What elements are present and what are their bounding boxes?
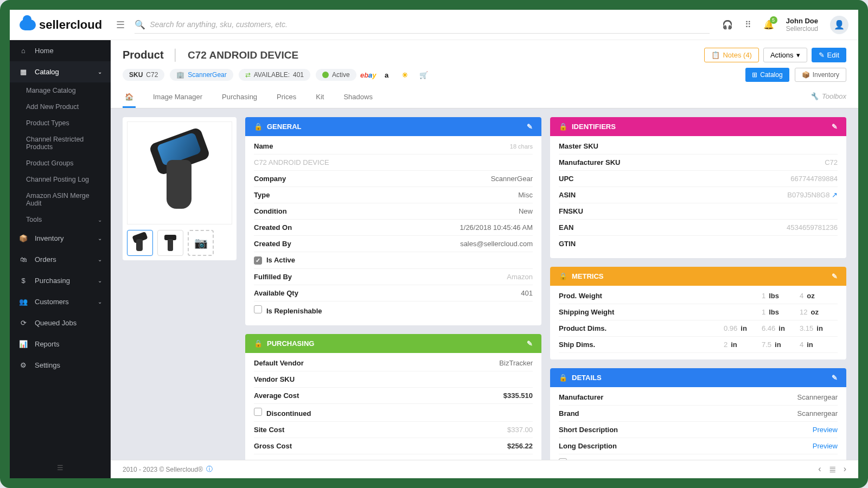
chip-sku: SKU C72 <box>123 69 164 81</box>
lock-icon: 🔒 <box>254 123 263 131</box>
tab-kit[interactable]: Kit <box>314 87 326 108</box>
toolbox-button[interactable]: 🔧 Toolbox <box>810 92 846 100</box>
info-icon[interactable]: ⓘ <box>206 465 213 474</box>
sidebar-sub-product-groups[interactable]: Product Groups <box>10 155 111 171</box>
sidebar-item-inventory[interactable]: 📦Inventory⌄ <box>10 228 111 249</box>
lock-icon: 🔒 <box>559 374 567 382</box>
checkbox-discontinued[interactable] <box>254 408 262 416</box>
sidebar-item-orders[interactable]: 🛍Orders⌄ <box>10 249 111 270</box>
hamburger-icon[interactable]: ☰ <box>116 19 125 31</box>
checkbox-replenishable[interactable] <box>254 305 262 313</box>
settings-icon: ⚙ <box>18 361 28 369</box>
queued-icon: ⟳ <box>18 319 28 327</box>
sidebar-sub-asin-merge[interactable]: Amazon ASIN Merge Audit <box>10 188 111 211</box>
channel-ebay-icon[interactable]: ebay <box>362 68 375 81</box>
thumb-2[interactable] <box>157 230 183 256</box>
brand-text: sellercloud <box>39 18 102 32</box>
lock-icon: 🔒 <box>559 272 567 280</box>
catalog-icon: ▦ <box>18 68 28 76</box>
chevron-down-icon: ⌄ <box>98 256 102 262</box>
sidebar-sub-channel-restricted[interactable]: Channel Restricted Products <box>10 131 111 155</box>
sidebar-sub-tools[interactable]: Tools⌄ <box>10 211 111 228</box>
cloud-icon <box>20 20 36 30</box>
channel-walmart-icon[interactable]: ✳ <box>399 68 412 81</box>
sidebar-item-customers[interactable]: 👥Customers⌄ <box>10 291 111 312</box>
sidebar-item-home[interactable]: ⌂Home <box>10 40 111 61</box>
sidebar-sub-channel-posting-log[interactable]: Channel Posting Log <box>10 171 111 188</box>
search-input[interactable] <box>150 20 710 29</box>
edit-icon[interactable]: ✎ <box>527 339 533 348</box>
card-metrics: 🔒METRICS✎ Prod. Weight1lbs4oz Shipping W… <box>550 267 846 359</box>
tab-image-manager[interactable]: Image Manager <box>151 87 205 108</box>
thumb-add[interactable]: 📷 <box>188 230 214 256</box>
checkbox-is-active[interactable]: ✓ <box>254 256 262 265</box>
chevron-down-icon: ⌄ <box>98 69 102 75</box>
avatar[interactable]: 👤 <box>830 16 848 34</box>
tab-shadows[interactable]: Shadows <box>341 87 374 108</box>
sidebar-sub-product-types[interactable]: Product Types <box>10 115 111 131</box>
actions-button[interactable]: Actions ▾ <box>763 48 807 62</box>
sidebar-item-settings[interactable]: ⚙Settings <box>10 355 111 376</box>
sidebar-sub-add-new-product[interactable]: Add New Product <box>10 99 111 115</box>
chevron-down-icon: ⌄ <box>98 217 102 223</box>
long-desc-preview[interactable]: Preview <box>813 442 838 450</box>
user-name: John Doe <box>786 17 818 25</box>
card-purchasing: 🔒PURCHASING✎ Default VendorBizTracker Ve… <box>245 334 541 460</box>
sidebar-item-catalog[interactable]: ▦Catalog⌄ <box>10 61 111 82</box>
notes-button[interactable]: 📋 Notes (4) <box>704 48 758 62</box>
sidebar-collapse[interactable]: ☰ <box>10 457 111 478</box>
sidebar: ⌂Home ▦Catalog⌄ Manage Catalog Add New P… <box>10 40 111 478</box>
lock-icon: 🔒 <box>254 339 263 348</box>
sidebar-item-purchasing[interactable]: $Purchasing⌄ <box>10 270 111 291</box>
prev-icon[interactable]: ‹ <box>818 464 821 474</box>
channel-amazon-icon[interactable]: a <box>380 68 393 81</box>
global-search[interactable]: 🔍 <box>135 16 710 34</box>
chip-available: ⇄ AVAILABLE: 401 <box>239 69 310 81</box>
user-block[interactable]: John Doe Sellercloud <box>786 17 818 33</box>
reports-icon: 📊 <box>18 340 28 348</box>
edit-icon[interactable]: ✎ <box>832 123 838 131</box>
footer-copyright: 2010 - 2023 © Sellercloud® <box>123 466 203 473</box>
brand-logo[interactable]: sellercloud <box>20 18 102 32</box>
inventory-icon: 📦 <box>18 234 28 242</box>
user-company: Sellercloud <box>786 25 818 33</box>
channel-google-icon[interactable]: 🛒 <box>417 68 430 81</box>
product-name: C72 ANDROID DEVICE <box>188 49 298 61</box>
chip-active: Active <box>316 69 356 81</box>
orders-icon: 🛍 <box>18 255 28 264</box>
card-identifiers: 🔒IDENTIFIERS✎ Master SKU Manufacturer SK… <box>550 117 846 258</box>
list-icon[interactable]: ≣ <box>829 464 836 474</box>
external-link-icon[interactable]: ↗ <box>832 191 838 199</box>
product-image-card: 📷 <box>123 117 237 260</box>
edit-icon[interactable]: ✎ <box>527 123 533 131</box>
home-icon: ⌂ <box>18 47 28 55</box>
edit-icon[interactable]: ✎ <box>832 272 838 280</box>
tab-home[interactable]: 🏠 <box>123 87 136 108</box>
sidebar-sub-manage-catalog[interactable]: Manage Catalog <box>10 82 111 99</box>
product-main-image[interactable] <box>127 121 232 224</box>
catalog-pill[interactable]: ⊞ Catalog <box>745 68 789 82</box>
field-product-name: C72 ANDROID DEVICE <box>254 158 329 166</box>
next-icon[interactable]: › <box>844 464 846 474</box>
thumb-1[interactable] <box>127 230 153 256</box>
customers-icon: 👥 <box>18 298 28 306</box>
chevron-down-icon: ⌄ <box>98 235 102 241</box>
sidebar-item-reports[interactable]: 📊Reports <box>10 333 111 355</box>
card-general: 🔒GENERAL✎ Name18 chars C72 ANDROID DEVIC… <box>245 117 541 325</box>
edit-icon[interactable]: ✎ <box>832 374 838 382</box>
short-desc-preview[interactable]: Preview <box>813 426 838 434</box>
edit-button[interactable]: ✎ Edit <box>812 48 846 62</box>
tab-purchasing[interactable]: Purchasing <box>220 87 259 108</box>
support-icon[interactable]: 🎧 <box>722 20 733 30</box>
chip-company[interactable]: 🏢 ScannerGear <box>170 69 233 81</box>
sidebar-item-queued-jobs[interactable]: ⟳Queued Jobs <box>10 312 111 333</box>
inventory-pill[interactable]: 📦 Inventory <box>795 68 846 82</box>
chevron-down-icon: ⌄ <box>98 299 102 305</box>
apps-icon[interactable]: ⠿ <box>745 20 751 30</box>
tab-prices[interactable]: Prices <box>275 87 298 108</box>
lock-icon: 🔒 <box>559 123 567 131</box>
notifications-icon[interactable]: 🔔5 <box>763 20 774 30</box>
page-title: Product <box>123 49 164 61</box>
chevron-down-icon: ⌄ <box>98 278 102 284</box>
search-icon: 🔍 <box>135 20 145 30</box>
